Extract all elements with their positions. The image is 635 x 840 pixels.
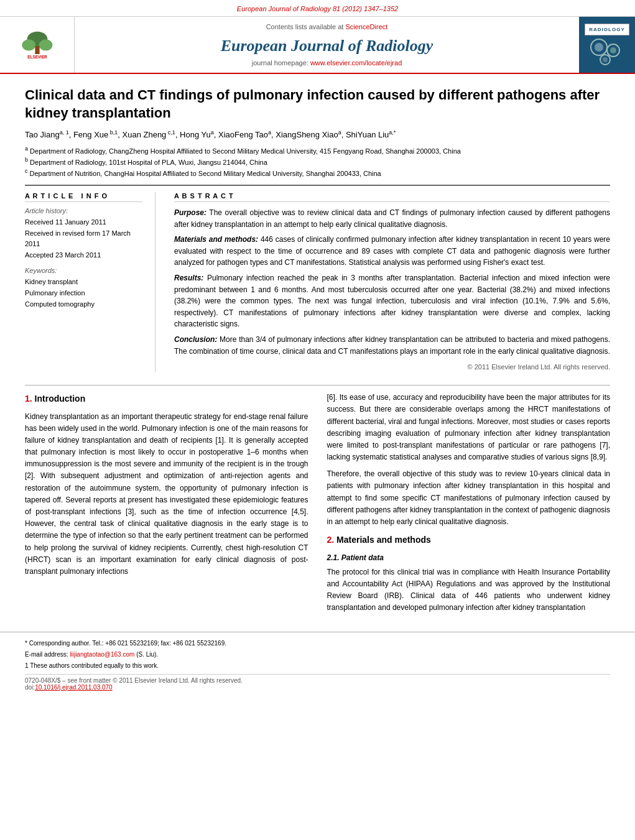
thick-rule: [25, 185, 610, 186]
corresponding-note: * Corresponding author. Tel.: +86 021 55…: [25, 639, 610, 648]
patient-data-text: The protocol for this clinical trial was…: [327, 566, 611, 614]
body-col-right: [6]. Its ease of use, accuracy and repro…: [327, 392, 611, 619]
keyword-3: Computed tomography: [25, 299, 142, 310]
radiology-badge: RADIOLOGY: [585, 24, 629, 35]
radiology-badge-area: RADIOLOGY: [579, 17, 635, 73]
doi-link[interactable]: 10.1016/j.ejrad.2011.03.070: [35, 684, 113, 691]
received-date: Received 11 January 2011: [25, 217, 142, 228]
affiliation-c: c Department of Nutrition, ChangHai Hosp…: [25, 167, 610, 178]
body-col-left: 1. Introduction Kidney transplantation a…: [25, 392, 308, 619]
intro-para-3: Therefore, the overall objective of this…: [327, 468, 611, 528]
intro-heading: 1. Introduction: [25, 392, 308, 405]
abstract-copyright: © 2011 Elsevier Ireland Ltd. All rights …: [174, 362, 610, 372]
affiliation-a: a Department of Radiology, ChangZheng Ho…: [25, 145, 610, 156]
journal-title: European Journal of Radiology: [221, 37, 433, 55]
sciencedirect-anchor[interactable]: ScienceDirect: [345, 23, 387, 30]
email-note: E-mail address: liijiangtaotao@163.com (…: [25, 650, 610, 659]
article-area: Clinical data and CT findings of pulmona…: [0, 74, 635, 385]
journal-homepage: journal homepage: www.elsevier.com/locat…: [252, 59, 402, 67]
footnote1: 1 These authors contributed equally to t…: [25, 661, 610, 670]
elsevier-tree-icon: ELSEVIER: [12, 29, 62, 60]
sciencedirect-link: Contents lists available at ScienceDirec…: [266, 23, 388, 30]
journal-header: European Journal of Radiology 81 (2012) …: [0, 0, 635, 74]
svg-point-3: [39, 39, 52, 50]
abstract-col: A B S T R A C T Purpose: The overall obj…: [174, 192, 610, 372]
journal-title-area: Contents lists available at ScienceDirec…: [75, 17, 579, 73]
info-abstract-area: A R T I C L E I N F O Article history: R…: [25, 192, 610, 372]
body-two-col: 1. Introduction Kidney transplantation a…: [25, 392, 610, 619]
abstract-results: Results: Pulmonary infection reached the…: [174, 272, 610, 330]
intro-para-1: Kidney transplantation as an important t…: [25, 411, 308, 578]
page: European Journal of Radiology 81 (2012) …: [0, 0, 635, 697]
journal-header-inner: ELSEVIER Contents lists available at Sci…: [0, 16, 635, 73]
main-body: 1. Introduction Kidney transplantation a…: [0, 385, 635, 631]
article-title: Clinical data and CT findings of pulmona…: [25, 86, 610, 122]
keyword-1: Kidney transplant: [25, 277, 142, 288]
keywords-label: Keywords:: [25, 267, 142, 274]
elsevier-logo: ELSEVIER: [12, 29, 62, 60]
abstract-conclusion: Conclusion: More than 3/4 of pulmonary i…: [174, 334, 610, 357]
affiliation-b: b Department of Radiology, 101st Hospita…: [25, 156, 610, 167]
svg-point-11: [603, 57, 608, 62]
svg-text:ELSEVIER: ELSEVIER: [27, 55, 47, 59]
elsevier-logo-area: ELSEVIER: [0, 17, 75, 73]
svg-rect-4: [35, 46, 39, 54]
footer: * Corresponding author. Tel.: +86 021 55…: [0, 632, 635, 697]
methods-heading: 2. Materials and methods: [327, 533, 611, 547]
svg-point-2: [22, 39, 35, 50]
copyright-bar: 0720-048X/$ – see front matter © 2011 El…: [25, 674, 610, 691]
abstract-methods: Materials and methods: 446 cases of clin…: [174, 234, 610, 269]
journal-citation: European Journal of Radiology 81 (2012) …: [0, 4, 635, 16]
abstract-text: Purpose: The overall objective was to re…: [174, 207, 610, 372]
revised-date: Received in revised form 17 March 2011: [25, 228, 142, 250]
keyword-2: Pulmonary infection: [25, 288, 142, 299]
journal-url[interactable]: www.elsevier.com/locate/ejrad: [310, 59, 402, 67]
abstract-title: A B S T R A C T: [174, 192, 610, 202]
radiology-circles-graphic: [585, 38, 629, 66]
article-history-label: Article history:: [25, 207, 142, 215]
article-info-col: A R T I C L E I N F O Article history: R…: [25, 192, 155, 372]
article-info-title: A R T I C L E I N F O: [25, 192, 142, 202]
svg-point-7: [595, 43, 603, 52]
svg-point-9: [610, 47, 616, 53]
affiliations: a Department of Radiology, ChangZheng Ho…: [25, 145, 610, 178]
patient-data-heading: 2.1. Patient data: [327, 552, 611, 564]
email-link[interactable]: liijiangtaotao@163.com: [70, 651, 134, 658]
authors: Tao Jianga, 1, Feng Xue b,1, Xuan Zheng …: [25, 129, 610, 139]
abstract-purpose: Purpose: The overall objective was to re…: [174, 207, 610, 230]
intro-para-2: [6]. Its ease of use, accuracy and repro…: [327, 392, 611, 463]
accepted-date: Accepted 23 March 2011: [25, 250, 142, 261]
